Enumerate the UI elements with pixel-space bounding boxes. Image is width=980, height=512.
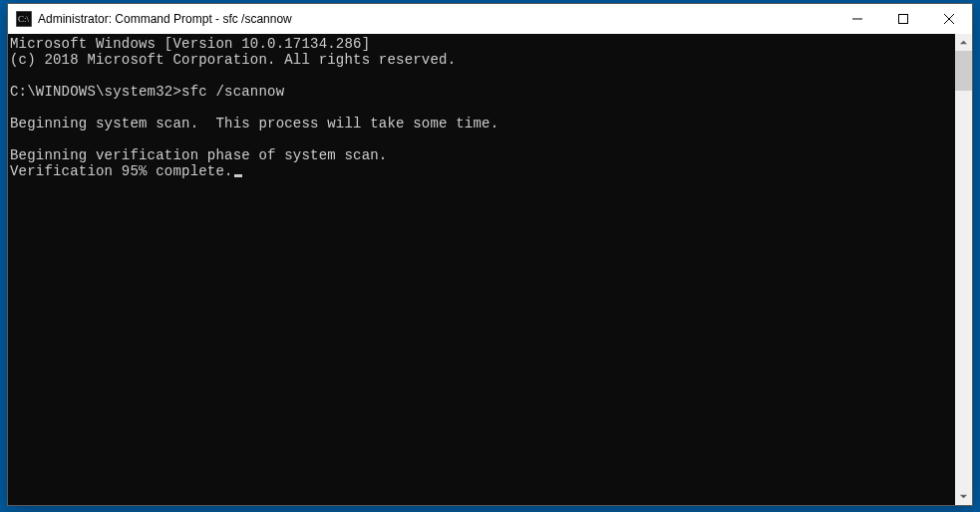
window-title: Administrator: Command Prompt - sfc /sca… <box>38 12 834 26</box>
text-cursor <box>234 174 242 177</box>
minimize-button[interactable] <box>834 4 880 34</box>
scroll-down-button[interactable] <box>955 488 972 505</box>
vertical-scrollbar[interactable] <box>955 34 972 505</box>
svg-marker-7 <box>960 495 967 499</box>
console-line: Beginning verification phase of system s… <box>10 147 387 163</box>
progress-text: Verification 95% complete. <box>10 163 233 179</box>
command-prompt-window: C:\ Administrator: Command Prompt - sfc … <box>7 3 973 506</box>
console-line: Microsoft Windows [Version 10.0.17134.28… <box>10 36 370 52</box>
maximize-button[interactable] <box>880 4 926 34</box>
prompt-line: C:\WINDOWS\system32>sfc /scannow <box>10 84 284 100</box>
close-button[interactable] <box>926 4 972 34</box>
client-area: Microsoft Windows [Version 10.0.17134.28… <box>8 34 972 505</box>
scroll-track[interactable] <box>955 51 972 488</box>
window-controls <box>834 4 972 34</box>
svg-rect-3 <box>899 15 908 24</box>
cmd-icon: C:\ <box>16 11 32 27</box>
svg-marker-6 <box>960 41 967 45</box>
console-line: Beginning system scan. This process will… <box>10 116 498 131</box>
command-text: sfc /scannow <box>181 84 284 100</box>
console-line: (c) 2018 Microsoft Corporation. All righ… <box>10 52 456 68</box>
console-output[interactable]: Microsoft Windows [Version 10.0.17134.28… <box>8 34 955 505</box>
scroll-up-button[interactable] <box>955 34 972 51</box>
prompt: C:\WINDOWS\system32> <box>10 84 181 100</box>
svg-text:C:\: C:\ <box>18 14 30 24</box>
titlebar[interactable]: C:\ Administrator: Command Prompt - sfc … <box>8 4 972 34</box>
scroll-thumb[interactable] <box>955 51 972 91</box>
console-line: Verification 95% complete. <box>10 163 242 179</box>
